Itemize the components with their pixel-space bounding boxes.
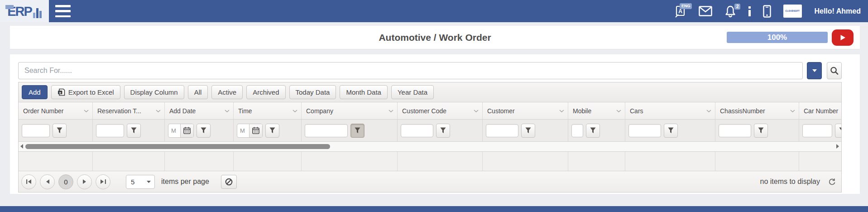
month-data-button[interactable]: Month Data [340, 85, 388, 99]
display-column-button[interactable]: Display Column [124, 85, 184, 99]
grid-pager: 0 5 items per page no [19, 171, 841, 192]
date-input-add-date[interactable]: M [168, 124, 194, 138]
scroll-left-arrow[interactable] [20, 144, 24, 150]
column-label: Company [306, 107, 333, 115]
export-to-excel-button[interactable]: x Export to Excel [51, 85, 120, 99]
filter-input-car-number[interactable] [802, 124, 832, 137]
column-label: Customer [487, 107, 515, 115]
horizontal-scrollbar[interactable] [19, 142, 841, 152]
column-header-customer[interactable]: Customer [483, 102, 568, 119]
column-header-mobile[interactable]: Mobile [568, 102, 625, 119]
main-panel: Add x Export to Excel Display Column All… [10, 54, 860, 194]
menu-toggle-button[interactable] [55, 4, 72, 18]
notifications-button[interactable]: 2 [724, 5, 736, 18]
search-input[interactable] [18, 62, 803, 79]
column-label: Car Number [804, 107, 838, 115]
filter-cell-reservation-type [93, 120, 165, 141]
next-page-button[interactable] [77, 174, 92, 189]
column-header-customer-code[interactable]: Customer Code [398, 102, 483, 119]
filter-button-customer[interactable] [521, 124, 535, 138]
search-options-dropdown[interactable] [807, 62, 822, 79]
column-header-cars[interactable]: Cars [625, 102, 715, 119]
progress-label: 100% [767, 33, 787, 42]
scrollbar-thumb[interactable] [25, 144, 330, 149]
add-button[interactable]: Add [22, 85, 48, 99]
date-picker-button-add-date[interactable] [180, 124, 193, 137]
year-data-button[interactable]: Year Data [391, 85, 434, 99]
column-label: Order Number [23, 107, 63, 115]
first-page-button[interactable] [21, 174, 36, 189]
vendor-logo-text: CLOUDSOFT [786, 10, 800, 12]
filter-input-reservation-type[interactable] [96, 124, 124, 137]
grid-toolbar: Add x Export to Excel Display Column All… [19, 82, 841, 102]
column-header-company[interactable]: Company [302, 102, 398, 119]
filter-input-mobile[interactable] [571, 124, 583, 137]
column-label: ChassisNumber [720, 107, 765, 115]
mobile-phone-icon [763, 5, 771, 18]
erp-application-window: ERP ENG A 2 [0, 0, 868, 212]
grid-filter-row: MM [19, 120, 841, 142]
column-header-order-number[interactable]: Order Number [19, 102, 93, 119]
filter-cell-customer [483, 120, 568, 141]
vendor-logo[interactable]: CLOUDSOFT [783, 5, 802, 18]
filter-button-time[interactable] [265, 124, 279, 138]
video-help-button[interactable] [832, 29, 854, 46]
column-header-time[interactable]: Time [234, 102, 302, 119]
search-button[interactable] [827, 62, 842, 79]
messages-button[interactable] [699, 6, 712, 16]
date-picker-button-time[interactable] [249, 124, 262, 137]
language-button[interactable]: ENG A [674, 5, 686, 18]
active-filter-button[interactable]: Active [211, 85, 243, 99]
column-header-chassis-number[interactable]: ChassisNumber [715, 102, 799, 119]
filter-button-company[interactable] [350, 124, 364, 138]
info-button[interactable] [748, 6, 751, 16]
filter-button-add-date[interactable] [197, 124, 211, 138]
page-size-select[interactable]: 5 [126, 175, 155, 189]
sort-caret-icon [559, 110, 564, 112]
column-header-reservation-type[interactable]: Reservation T... [93, 102, 165, 119]
column-header-add-date[interactable]: Add Date [165, 102, 234, 119]
notification-count-badge: 2 [734, 4, 741, 10]
filter-button-car-number[interactable] [835, 124, 841, 138]
all-filter-button[interactable]: All [188, 85, 208, 99]
filter-input-chassis-number[interactable] [719, 124, 751, 137]
filter-input-customer[interactable] [486, 124, 518, 137]
filter-button-cars[interactable] [664, 124, 678, 138]
filter-funnel-icon [525, 127, 531, 134]
grid-header-row: Order NumberReservation T...Add DateTime… [19, 102, 841, 120]
column-header-car-number[interactable]: Car Number [799, 102, 841, 119]
empty-cell-cars [625, 152, 715, 171]
empty-cell-car-number [799, 152, 841, 171]
user-greeting[interactable]: Hello! Ahmed [814, 7, 861, 15]
scroll-right-arrow[interactable] [836, 144, 839, 150]
archived-filter-button[interactable]: Archived [246, 85, 285, 99]
arrow-right-icon [82, 179, 87, 184]
empty-cell-add-date [165, 152, 234, 171]
filter-button-reservation-type[interactable] [127, 124, 141, 138]
progress-bar: 100% [727, 32, 828, 43]
mobile-app-button[interactable] [763, 5, 771, 18]
filter-input-order-number[interactable] [22, 124, 50, 137]
filter-button-chassis-number[interactable] [754, 124, 768, 138]
clear-filters-button[interactable] [221, 175, 237, 189]
filter-input-customer-code[interactable] [401, 124, 433, 137]
empty-cell-customer [483, 152, 568, 171]
previous-page-button[interactable] [40, 174, 55, 189]
filter-cell-company [302, 120, 398, 141]
empty-cell-order-number [19, 152, 93, 171]
today-data-button[interactable]: Today Data [289, 85, 336, 99]
last-page-button[interactable] [96, 174, 110, 189]
filter-input-company[interactable] [305, 124, 348, 137]
filter-button-customer-code[interactable] [436, 124, 450, 138]
filter-input-cars[interactable] [628, 124, 661, 137]
filter-funnel-icon [668, 127, 674, 134]
filter-button-mobile[interactable] [586, 124, 600, 138]
date-input-time[interactable]: M [237, 124, 263, 138]
filter-button-order-number[interactable] [53, 124, 67, 138]
current-page-button[interactable]: 0 [58, 174, 73, 189]
chevron-down-icon [147, 181, 151, 183]
app-logo[interactable]: ERP [0, 0, 49, 22]
sort-caret-icon [388, 110, 393, 112]
svg-text:A: A [679, 8, 683, 14]
refresh-button[interactable] [828, 178, 836, 186]
